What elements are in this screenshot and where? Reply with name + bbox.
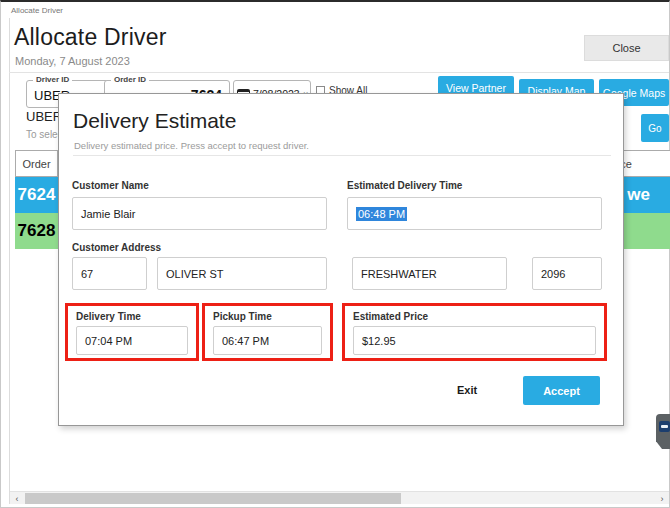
pickup-time-input[interactable]: 06:47 PM: [213, 326, 322, 355]
remote-support-tab[interactable]: [656, 414, 670, 449]
driver-id-label: Driver ID: [33, 75, 72, 84]
address-street-name-input[interactable]: OLIVER ST: [157, 257, 327, 290]
scroll-left-icon[interactable]: ‹: [10, 492, 24, 505]
address-suburb-input[interactable]: FRESHWATER: [352, 257, 507, 290]
pickup-time-group: Pickup Time 06:47 PM: [202, 303, 333, 361]
estimated-price-input[interactable]: $12.95: [353, 326, 596, 355]
scroll-right-icon[interactable]: ›: [655, 492, 669, 505]
go-button[interactable]: Go: [641, 114, 669, 142]
header-divider: [9, 72, 669, 73]
dialog-subtitle: Delivery estimated price. Press accept t…: [74, 140, 309, 151]
address-street-number-input[interactable]: 67: [72, 257, 147, 290]
dialog-divider: [73, 155, 611, 156]
exit-button[interactable]: Exit: [457, 381, 477, 399]
order-row-7628[interactable]: 7628: [15, 213, 58, 249]
page-title: Allocate Driver: [14, 24, 167, 51]
delivery-time-label: Delivery Time: [76, 311, 141, 322]
customer-address-label: Customer Address: [72, 242, 161, 253]
page-date: Monday, 7 August 2023: [15, 55, 130, 67]
customer-name-label: Customer Name: [72, 180, 149, 191]
accept-button[interactable]: Accept: [523, 376, 600, 405]
selected-driver-text: UBER: [26, 109, 62, 124]
delivery-estimate-dialog: Delivery Estimate Delivery estimated pri…: [58, 93, 624, 426]
scrollbar-thumb[interactable]: [25, 493, 401, 504]
order-id-label: Order ID: [111, 75, 149, 84]
close-button[interactable]: Close: [584, 35, 669, 61]
remote-support-icon: [659, 421, 670, 432]
address-postcode-input[interactable]: 2096: [532, 257, 602, 290]
horizontal-scrollbar[interactable]: ‹ ›: [10, 491, 669, 504]
orders-column-header: Order: [15, 150, 58, 177]
estimated-price-group: Estimated Price $12.95: [342, 303, 607, 361]
pickup-time-label: Pickup Time: [213, 311, 272, 322]
allocate-driver-window: Allocate Driver Allocate Driver Monday, …: [0, 0, 670, 508]
estimated-delivery-time-label: Estimated Delivery Time: [347, 180, 462, 191]
estimated-delivery-time-input[interactable]: 06:48 PM: [347, 197, 602, 230]
delivery-time-group: Delivery Time 07:04 PM: [65, 303, 199, 361]
dialog-title: Delivery Estimate: [73, 109, 236, 133]
estimated-delivery-time-value: 06:48 PM: [356, 207, 407, 221]
customer-name-input[interactable]: Jamie Blair: [72, 197, 327, 230]
estimated-price-label: Estimated Price: [353, 311, 428, 322]
delivery-time-input[interactable]: 07:04 PM: [76, 326, 188, 355]
window-titlebar-text: Allocate Driver: [11, 6, 63, 15]
window-left-border: [9, 18, 10, 504]
order-row-7624[interactable]: 7624: [15, 177, 58, 213]
